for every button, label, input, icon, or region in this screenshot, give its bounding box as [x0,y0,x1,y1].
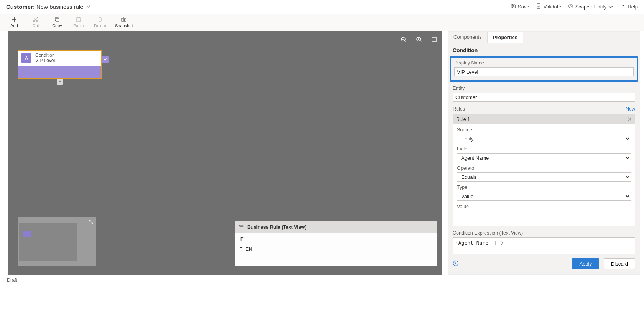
expression-label: Condition Expression (Text View) [453,230,635,236]
save-button[interactable]: Save [511,3,529,10]
type-label: Type [457,185,631,190]
svg-point-13 [26,56,27,57]
help-button[interactable]: Help [620,3,638,10]
delete-button: Delete [94,17,107,28]
text-view-icon [239,224,244,230]
copy-icon [54,17,60,23]
add-rule-button[interactable]: + New [621,106,635,112]
false-branch-handle[interactable]: ✕ [57,79,63,85]
scope-value: Entity [594,4,607,10]
validate-icon [536,3,542,10]
display-name-highlight: Display Name [450,56,638,82]
node-type-label: Condition [35,53,55,58]
save-icon [511,3,516,10]
field-select[interactable]: Agent Name [457,153,631,162]
branch-icon [21,53,31,63]
scope-label: Scope : [575,4,592,10]
rules-label: Rules [453,106,465,112]
scope-icon [568,3,573,10]
help-label: Help [628,4,638,10]
tab-components[interactable]: Components [448,32,487,43]
business-rule-text-view: Business Rule (Text View) IF THEN [235,221,437,266]
camera-icon [121,17,127,23]
field-label: Field [457,146,631,152]
text-view-then: THEN [240,246,432,252]
expression-text: (Agent Name []) [453,237,635,254]
chevron-down-icon [608,4,613,10]
svg-point-3 [36,20,38,22]
display-name-input[interactable] [454,67,634,76]
true-branch-handle[interactable] [102,56,109,63]
close-icon[interactable]: ✕ [628,116,632,122]
properties-panel: Components Properties Condition Display … [448,31,640,275]
trash-icon [97,17,103,23]
operator-label: Operator [457,165,631,171]
rule-title: Rule 1 [456,117,470,122]
rule-name: New business rule [36,3,84,10]
minimap-viewport [19,223,77,261]
add-button[interactable]: Add [8,17,21,28]
node-name: VIP Level [35,58,55,63]
chevron-down-icon [86,3,90,10]
svg-rect-6 [77,18,80,22]
validate-button[interactable]: Validate [536,3,561,10]
status-text: Draft [7,278,17,283]
expand-icon[interactable] [428,224,433,230]
plus-icon [11,17,17,23]
svg-rect-16 [240,225,241,226]
minimap[interactable] [18,217,96,266]
source-label: Source [457,127,631,132]
info-icon[interactable] [453,260,459,268]
svg-rect-12 [432,38,437,41]
rule-1: Rule 1 ✕ Source Entity Field Agent Name [453,114,635,226]
scissors-icon [33,17,39,23]
tab-properties[interactable]: Properties [487,32,523,43]
svg-point-2 [33,20,35,22]
paste-icon [76,17,82,23]
condition-node[interactable]: Condition VIP Level ✕ [18,50,102,79]
value-label: Value [457,204,631,209]
svg-rect-5 [56,18,59,21]
scope-dropdown[interactable]: Scope : Entity [568,3,614,10]
section-title: Condition [453,47,635,53]
copy-button[interactable]: Copy [51,17,64,28]
entity-input[interactable] [453,93,635,102]
minimap-node [23,231,31,237]
svg-point-9 [123,19,125,20]
paste-button: Paste [72,17,85,28]
apply-button[interactable]: Apply [572,258,599,269]
validate-label: Validate [544,4,561,10]
rule-title-dropdown[interactable]: Customer: New business rule [6,3,90,10]
value-input[interactable] [457,211,631,220]
save-label: Save [518,4,529,10]
zoom-in-button[interactable] [416,36,422,43]
entity-label: Entity [453,86,635,91]
display-name-label: Display Name [454,60,634,66]
node-actions-slot[interactable] [18,66,101,78]
type-select[interactable]: Value [457,192,631,201]
text-view-title: Business Rule (Text View) [247,225,306,230]
text-view-if: IF [240,236,432,242]
designer-canvas[interactable]: Condition VIP Level ✕ [8,31,442,275]
snapshot-button[interactable]: Snapshot [115,17,133,28]
help-icon [620,3,626,10]
entity-name: Customer: [6,3,35,10]
discard-button[interactable]: Discard [604,258,635,269]
svg-rect-8 [122,18,126,21]
zoom-out-button[interactable] [400,36,407,43]
operator-select[interactable]: Equals [457,172,631,182]
fit-screen-button[interactable] [431,36,438,43]
expand-icon[interactable] [89,220,94,225]
source-select[interactable]: Entity [457,134,631,143]
cut-button: Cut [29,17,42,28]
